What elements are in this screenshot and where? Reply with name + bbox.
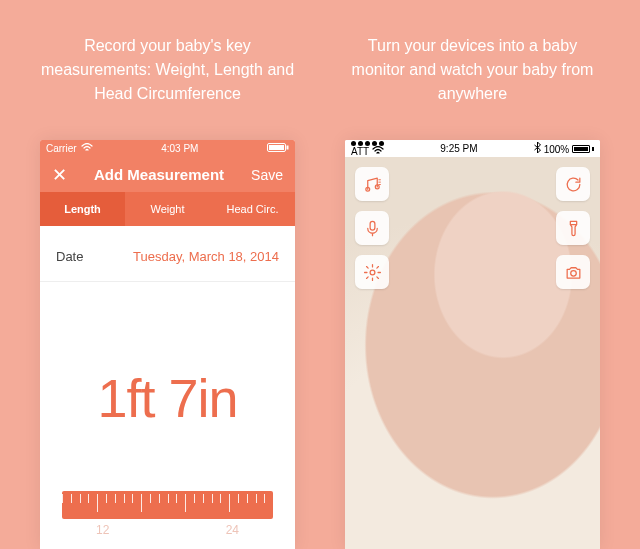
clock: 9:25 PM bbox=[440, 143, 477, 154]
carrier-label: Carrier bbox=[46, 143, 77, 154]
clock: 4:03 PM bbox=[161, 143, 198, 154]
date-value: Tuesday, March 18, 2014 bbox=[133, 249, 279, 264]
wifi-icon bbox=[372, 146, 384, 157]
promo-text-right: Turn your devices into a baby monitor an… bbox=[330, 0, 615, 140]
ruler-label-24: 24 bbox=[226, 523, 239, 537]
svg-point-7 bbox=[570, 270, 576, 276]
battery-icon bbox=[267, 143, 289, 154]
date-label: Date bbox=[56, 249, 83, 264]
status-bar: ATT 9:25 PM 100% bbox=[345, 140, 600, 157]
camera-button[interactable] bbox=[556, 255, 590, 289]
settings-button[interactable] bbox=[355, 255, 389, 289]
tab-length[interactable]: Length bbox=[40, 192, 125, 226]
wifi-icon bbox=[81, 143, 93, 154]
svg-rect-5 bbox=[370, 221, 375, 230]
bluetooth-icon bbox=[534, 144, 544, 155]
battery-icon bbox=[572, 145, 594, 153]
measurement-tabs: Length Weight Head Circ. bbox=[40, 192, 295, 226]
svg-rect-1 bbox=[269, 145, 284, 150]
promo-text-left: Record your baby's key measurements: Wei… bbox=[25, 0, 310, 140]
nav-title: Add Measurement bbox=[94, 166, 224, 183]
flashlight-button[interactable] bbox=[556, 211, 590, 245]
svg-rect-2 bbox=[287, 146, 289, 150]
close-button[interactable]: ✕ bbox=[52, 166, 67, 184]
mic-button[interactable] bbox=[355, 211, 389, 245]
tab-weight[interactable]: Weight bbox=[125, 192, 210, 226]
music-button[interactable] bbox=[355, 167, 389, 201]
camera-feed bbox=[345, 157, 600, 549]
nav-bar: ✕ Add Measurement Save bbox=[40, 157, 295, 192]
refresh-button[interactable] bbox=[556, 167, 590, 201]
date-row[interactable]: Date Tuesday, March 18, 2014 bbox=[40, 232, 295, 282]
save-button[interactable]: Save bbox=[251, 167, 283, 183]
svg-point-6 bbox=[370, 270, 375, 275]
phone-right: ATT 9:25 PM 100% bbox=[345, 140, 600, 549]
tab-head-circ[interactable]: Head Circ. bbox=[210, 192, 295, 226]
status-bar: Carrier 4:03 PM bbox=[40, 140, 295, 157]
battery-percent: 100% bbox=[544, 144, 570, 155]
carrier-label: ATT bbox=[351, 146, 369, 157]
phone-left: Carrier 4:03 PM ✕ Add Measurement Save bbox=[40, 140, 295, 549]
ruler-label-12: 12 bbox=[96, 523, 109, 537]
ruler-slider[interactable]: 12 24 bbox=[62, 491, 273, 537]
